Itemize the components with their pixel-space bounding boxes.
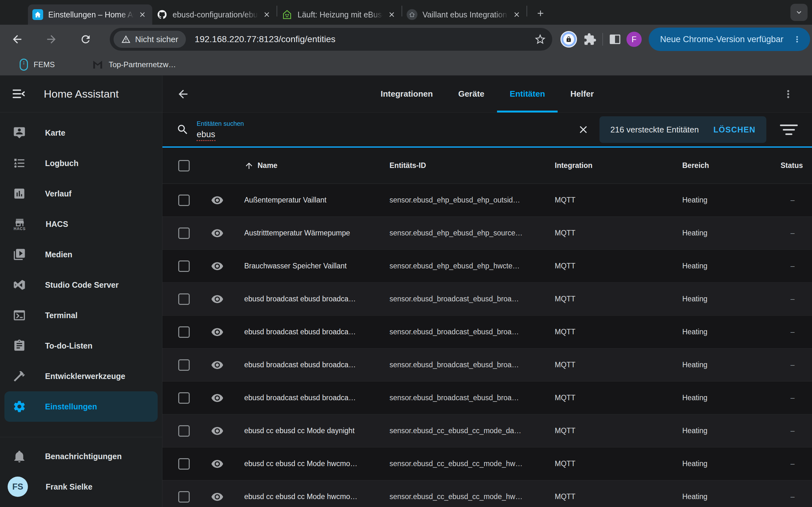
search-value[interactable]: ebus xyxy=(197,130,571,139)
user-initials: FS xyxy=(12,482,23,492)
new-tab-button[interactable] xyxy=(532,5,549,21)
tab-helfer[interactable]: Helfer xyxy=(558,75,606,112)
forward-button[interactable] xyxy=(42,30,61,49)
column-header-bereich[interactable]: Bereich xyxy=(682,161,780,170)
table-row[interactable]: ebusd cc ebusd cc Mode daynight sensor.e… xyxy=(162,414,812,447)
sidebar-item-todo-listen[interactable]: To-do-Listen xyxy=(0,331,162,361)
profile-initial: F xyxy=(631,35,636,44)
sidebar-item-verlauf[interactable]: Verlauf xyxy=(0,178,162,209)
select-all-checkbox[interactable] xyxy=(178,160,190,171)
entity-search-row: Entitäten suchen ebus 216 versteckte Ent… xyxy=(162,113,812,148)
sidebar-item-hacs[interactable]: HACS HACS xyxy=(0,209,162,239)
sidebar-item-logbuch[interactable]: Logbuch xyxy=(0,148,162,178)
tab-title: Vaillant ebus Integration - Sm xyxy=(422,10,510,19)
tab-geraete[interactable]: Geräte xyxy=(446,75,497,112)
privacy-extension-icon[interactable] xyxy=(560,31,577,48)
url-text[interactable]: 192.168.220.77:8123/config/entities xyxy=(195,34,534,44)
browser-tab-vaillant[interactable]: Vaillant ebus Integration - Sm xyxy=(402,4,526,25)
row-checkbox[interactable] xyxy=(178,359,190,371)
table-row[interactable]: ebusd cc ebusd cc Mode hwcmo… sensor.ebu… xyxy=(162,481,812,507)
row-checkbox[interactable] xyxy=(178,326,190,338)
table-row[interactable]: Außentemperatur Vaillant sensor.ebusd_eh… xyxy=(162,184,812,217)
sidebar-item-benachrichtigungen[interactable]: Benachrichtigungen xyxy=(0,441,162,471)
tab-close-icon[interactable] xyxy=(512,10,521,19)
entity-name: ebusd broadcast ebusd broadca… xyxy=(235,360,390,369)
column-header-name[interactable]: Name xyxy=(235,161,390,170)
sidebar-item-label: Benachrichtigungen xyxy=(45,452,122,461)
gmail-icon xyxy=(92,60,103,69)
table-row[interactable]: ebusd broadcast ebusd broadca… sensor.eb… xyxy=(162,382,812,414)
row-checkbox[interactable] xyxy=(178,228,190,239)
column-header-entity-id[interactable]: Entitäts-ID xyxy=(390,161,555,170)
sidebar-item-studio-code-server[interactable]: Studio Code Server xyxy=(0,270,162,300)
eye-visibility-icon[interactable] xyxy=(211,194,223,207)
eye-visibility-icon[interactable] xyxy=(211,293,223,305)
browser-tab-heizung[interactable]: Läuft: Heizung mit eBus-Schn xyxy=(277,4,402,25)
tab-entitaeten[interactable]: Entitäten xyxy=(497,75,558,112)
extensions-puzzle-icon[interactable] xyxy=(583,33,597,46)
tab-close-icon[interactable] xyxy=(138,10,147,19)
table-row[interactable]: ebusd broadcast ebusd broadca… sensor.eb… xyxy=(162,316,812,349)
entity-integration: MQTT xyxy=(555,493,682,501)
side-panel-icon[interactable] xyxy=(609,33,621,46)
back-button[interactable] xyxy=(8,30,27,49)
entity-name: ebusd broadcast ebusd broadca… xyxy=(235,394,390,402)
tab-title: Einstellungen – Home Assista xyxy=(48,10,136,19)
eye-visibility-icon[interactable] xyxy=(211,392,223,404)
sidebar-item-einstellungen[interactable]: Einstellungen xyxy=(4,391,158,422)
browser-tab-github[interactable]: ebusd-configuration/ebusd-2 xyxy=(152,4,276,25)
home-assistant-app: Home Assistant Karte Logbuch Verlauf HAC… xyxy=(0,75,812,507)
clear-search-icon[interactable] xyxy=(578,124,589,135)
sidebar-user[interactable]: FS Frank Sielke xyxy=(0,471,162,502)
tab-close-icon[interactable] xyxy=(262,10,271,19)
tab-close-icon[interactable] xyxy=(387,10,397,19)
eye-visibility-icon[interactable] xyxy=(211,491,223,503)
column-header-status[interactable]: Status xyxy=(780,161,812,170)
filter-icon[interactable] xyxy=(780,124,798,135)
column-header-integration[interactable]: Integration xyxy=(555,161,682,170)
eye-visibility-icon[interactable] xyxy=(211,260,223,273)
table-row[interactable]: ebusd broadcast ebusd broadca… sensor.eb… xyxy=(162,349,812,382)
bookmark-top-partnernetzwerk[interactable]: Top-Partnernetzw… xyxy=(92,60,176,69)
overflow-menu-icon[interactable] xyxy=(782,88,794,100)
sidebar-item-label: Terminal xyxy=(45,311,78,320)
github-favicon-icon xyxy=(157,9,167,20)
browser-menu-icon[interactable] xyxy=(792,35,802,44)
reload-button[interactable] xyxy=(76,30,95,49)
table-row[interactable]: Brauchwasser Speicher Vaillant sensor.eb… xyxy=(162,250,812,283)
eye-visibility-icon[interactable] xyxy=(211,326,223,338)
row-checkbox[interactable] xyxy=(178,458,190,469)
table-row[interactable]: ebusd broadcast ebusd broadca… sensor.eb… xyxy=(162,283,812,316)
table-row[interactable]: ebusd cc ebusd cc Mode hwcmo… sensor.ebu… xyxy=(162,447,812,481)
sidebar-toggle-icon[interactable] xyxy=(11,87,26,101)
clear-hidden-filter-button[interactable]: LÖSCHEN xyxy=(713,125,756,134)
row-checkbox[interactable] xyxy=(178,194,190,206)
bookmark-star-icon[interactable] xyxy=(534,33,547,46)
profile-avatar[interactable]: F xyxy=(626,32,642,47)
tab-search-button[interactable] xyxy=(791,4,808,21)
address-bar[interactable]: Nicht sicher 192.168.220.77:8123/config/… xyxy=(110,28,552,51)
sidebar-item-karte[interactable]: Karte xyxy=(0,118,162,148)
sidebar-item-terminal[interactable]: Terminal xyxy=(0,300,162,331)
sidebar-item-label: Studio Code Server xyxy=(45,280,119,290)
row-checkbox[interactable] xyxy=(178,293,190,305)
eye-visibility-icon[interactable] xyxy=(211,458,223,470)
browser-tab-home-assistant[interactable]: Einstellungen – Home Assista xyxy=(28,4,152,25)
row-checkbox[interactable] xyxy=(178,392,190,404)
row-checkbox[interactable] xyxy=(178,425,190,437)
table-row[interactable]: Austritttemperatur Wärmepumpe sensor.ebu… xyxy=(162,217,812,250)
eye-visibility-icon[interactable] xyxy=(211,227,223,239)
back-arrow-icon[interactable] xyxy=(176,88,190,101)
row-checkbox[interactable] xyxy=(178,491,190,503)
sidebar-item-medien[interactable]: Medien xyxy=(0,239,162,270)
security-chip[interactable]: Nicht sicher xyxy=(113,31,186,48)
search-input[interactable]: Entitäten suchen ebus xyxy=(197,120,571,139)
bookmark-fems[interactable]: FEMS xyxy=(20,59,55,71)
sidebar-item-entwicklerwerkzeuge[interactable]: Entwicklerwerkzeuge xyxy=(0,361,162,391)
row-checkbox[interactable] xyxy=(178,261,190,272)
eye-visibility-icon[interactable] xyxy=(211,425,223,437)
eye-visibility-icon[interactable] xyxy=(211,359,223,372)
logbook-list-icon xyxy=(13,157,26,170)
tab-integrationen[interactable]: Integrationen xyxy=(368,75,446,112)
chrome-update-button[interactable]: Neue Chrome-Version verfügbar xyxy=(649,27,810,51)
